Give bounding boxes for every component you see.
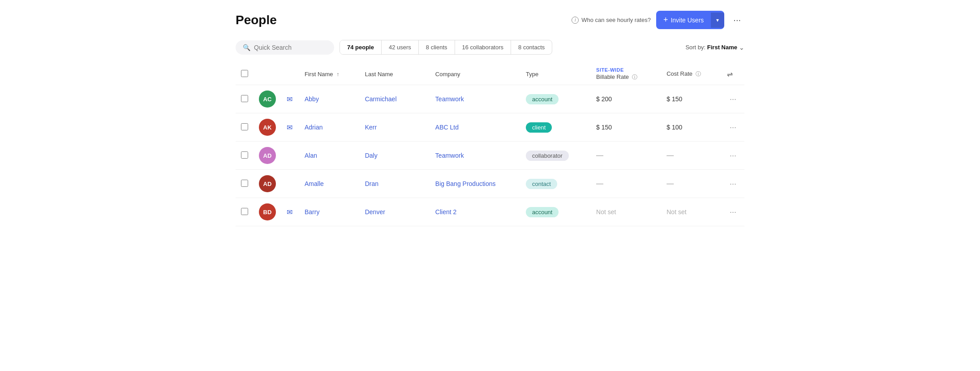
search-input[interactable] [254,44,327,51]
email-icon: ✉ [287,208,292,216]
row-actions-cell: ··· [722,85,744,113]
email-icon-cell[interactable]: ✉ [281,198,299,226]
people-page: People i Who can see hourly rates? + Inv… [221,0,759,237]
hourly-rates-info[interactable]: i Who can see hourly rates? [572,17,651,24]
more-options-button[interactable]: ··· [730,13,744,27]
lastname-cell: Carmichael [360,85,430,113]
row-checkbox[interactable] [241,123,248,130]
row-checkbox[interactable] [241,180,248,187]
row-checkbox-cell [236,85,254,113]
row-actions-button[interactable]: ··· [727,94,739,105]
row-actions-button[interactable]: ··· [727,178,739,190]
row-checkbox-cell [236,113,254,142]
company-link[interactable]: ABC Ltd [435,124,459,131]
header-cost-col: Cost Rate ⓘ [661,64,722,85]
row-checkbox-cell [236,142,254,170]
person-last-name[interactable]: Kerr [365,124,377,131]
row-actions-cell: ··· [722,113,744,142]
cost-rate-cell: — [661,170,722,198]
email-icon-cell[interactable]: ✉ [281,113,299,142]
type-cell: collaborator [520,142,591,170]
person-last-name[interactable]: Denver [365,208,385,216]
row-checkbox[interactable] [241,95,248,102]
company-link[interactable]: Teamwork [435,95,464,103]
billable-rate-cell: $ 150 [591,113,661,142]
cost-rate-cell: $ 150 [661,85,722,113]
table-row: AD Amalle Dran Big Bang Productions cont… [236,170,744,198]
billable-rate-info-icon[interactable]: ⓘ [632,74,637,80]
table-body: AC ✉ Abby Carmichael Teamwork account $ … [236,85,744,226]
row-actions-button[interactable]: ··· [727,150,739,161]
filter-tab-users[interactable]: 42 users [382,40,419,54]
person-last-name[interactable]: Carmichael [365,95,397,103]
person-first-name[interactable]: Barry [305,208,319,216]
row-checkbox-cell [236,170,254,198]
row-actions-button[interactable]: ··· [727,122,739,133]
sort-dropdown[interactable]: Sort by: First Name ⌄ [685,44,744,51]
avatar-cell: BD [254,198,281,226]
filter-tab-collaborators[interactable]: 16 collaborators [455,40,511,54]
people-table: First Name ↑ Last Name Company Type SITE… [236,64,744,226]
header-firstname-col[interactable]: First Name ↑ [299,64,360,85]
filter-tab-contacts[interactable]: 8 contacts [511,40,552,54]
header-checkbox-col [236,64,254,85]
toolbar-left: 🔍 74 people42 users8 clients16 collabora… [236,40,552,55]
person-last-name[interactable]: Dran [365,180,378,187]
search-icon: 🔍 [243,44,250,51]
row-actions-cell: ··· [722,142,744,170]
type-badge: collaborator [526,151,569,161]
avatar: AD [259,147,276,164]
lastname-cell: Daly [360,142,430,170]
avatar-cell: AD [254,170,281,198]
firstname-cell: Barry [299,198,360,226]
company-cell: Client 2 [430,198,520,226]
header-billable-col: SITE-WIDE Billable Rate ⓘ [591,64,661,85]
header-type-col: Type [520,64,591,85]
cost-rate-cell: — [661,142,722,170]
person-first-name[interactable]: Abby [305,95,319,103]
email-icon-cell [281,170,299,198]
table-row: AK ✉ Adrian Kerr ABC Ltd client $ 150 $ … [236,113,744,142]
cost-rate-cell: $ 100 [661,113,722,142]
select-all-checkbox[interactable] [241,70,248,77]
company-cell: ABC Ltd [430,113,520,142]
hourly-rates-label: Who can see hourly rates? [581,17,651,23]
person-first-name[interactable]: Amalle [305,180,324,187]
table-row: BD ✉ Barry Denver Client 2 account Not s… [236,198,744,226]
company-link[interactable]: Client 2 [435,208,456,216]
email-icon: ✉ [287,95,292,103]
lastname-cell: Denver [360,198,430,226]
firstname-cell: Amalle [299,170,360,198]
toolbar: 🔍 74 people42 users8 clients16 collabora… [236,40,744,55]
header-lastname-col: Last Name [360,64,430,85]
row-checkbox[interactable] [241,151,248,159]
filter-settings-icon[interactable]: ⇌ [727,70,733,78]
email-icon-cell[interactable]: ✉ [281,85,299,113]
row-actions-cell: ··· [722,170,744,198]
billable-rate-cell: — [591,170,661,198]
type-badge: contact [526,179,557,189]
person-last-name[interactable]: Daly [365,152,378,159]
avatar-cell: AD [254,142,281,170]
person-first-name[interactable]: Adrian [305,124,322,131]
filter-tabs: 74 people42 users8 clients16 collaborato… [340,40,552,55]
firstname-cell: Adrian [299,113,360,142]
company-link[interactable]: Teamwork [435,152,464,159]
filter-tab-all[interactable]: 74 people [340,40,382,54]
table-row: AD Alan Daly Teamwork collaborator — — ·… [236,142,744,170]
avatar: AD [259,175,276,192]
row-actions-button[interactable]: ··· [727,207,739,218]
type-badge: client [526,122,552,133]
invite-users-button-group: + Invite Users ▾ [656,11,724,29]
site-wide-label: SITE-WIDE [596,67,656,73]
row-checkbox[interactable] [241,208,248,215]
cost-rate-info-icon[interactable]: ⓘ [696,71,701,77]
invite-users-button[interactable]: + Invite Users [656,11,711,29]
info-icon: i [572,17,579,24]
company-link[interactable]: Big Bang Productions [435,180,496,187]
filter-tab-clients[interactable]: 8 clients [419,40,455,54]
page-title: People [236,13,277,27]
invite-users-dropdown-button[interactable]: ▾ [711,13,724,28]
person-first-name[interactable]: Alan [305,152,317,159]
table-row: AC ✉ Abby Carmichael Teamwork account $ … [236,85,744,113]
